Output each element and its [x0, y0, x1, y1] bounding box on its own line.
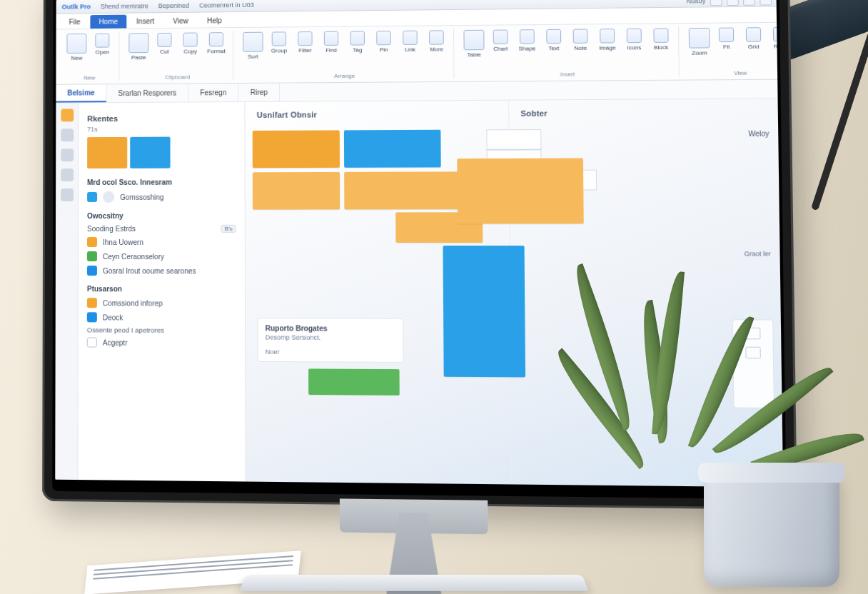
- ribbon-button-link[interactable]: Link: [399, 31, 421, 53]
- sidebar-section-2-title: Ptusarson: [87, 285, 236, 293]
- find-icon: [324, 31, 338, 46]
- card-footer: Noer: [266, 348, 396, 356]
- column-header-right: Sobter: [520, 108, 766, 118]
- ribbon-button-grid[interactable]: Grid: [742, 27, 765, 50]
- more-icon[interactable]: [61, 188, 74, 201]
- ribbon-button-sort[interactable]: Sort: [242, 32, 263, 60]
- dashboard-block[interactable]: [344, 130, 441, 168]
- ribbon-button-pin[interactable]: Pin: [373, 31, 395, 53]
- dashboard-block[interactable]: [253, 130, 340, 168]
- category-color-icon: [87, 266, 97, 276]
- doc-tab-1[interactable]: Srarlan Resporers: [107, 84, 189, 102]
- ribbon-button-icons[interactable]: Icons: [623, 29, 646, 51]
- ribbon-button-filter[interactable]: Filter: [294, 31, 316, 54]
- folder-icon[interactable]: [61, 129, 74, 141]
- ribbon-button-paste[interactable]: Paste: [128, 33, 149, 61]
- category-color-icon: [87, 298, 97, 308]
- ribbon-button-block[interactable]: Block: [650, 28, 672, 51]
- ribbon-button-note[interactable]: Note: [569, 29, 592, 51]
- ribbon-button-table[interactable]: Table: [463, 30, 485, 59]
- sidebar-item[interactable]: Comssiond inforep: [87, 296, 236, 311]
- swatch-orange[interactable]: [87, 137, 127, 168]
- ribbon-button-more[interactable]: More: [425, 30, 448, 53]
- ribbon-right-label: Nultoy: [687, 0, 706, 5]
- sidebar-item[interactable]: Ceyn Ceraonselory: [87, 249, 236, 263]
- open-icon: [95, 34, 109, 48]
- sidebar-quick-item[interactable]: Gomssoshing: [87, 188, 236, 204]
- sidebar-section-1-line: Sooding Estrds B's: [87, 223, 236, 235]
- ribbon-button-cut[interactable]: Cut: [153, 33, 175, 55]
- swatch-row: [87, 136, 236, 168]
- ribbon-button-zoom[interactable]: Zoom: [688, 28, 711, 56]
- doc-tab-3[interactable]: Rirep: [238, 84, 280, 101]
- category-color-icon: [87, 237, 97, 247]
- text-icon: [546, 29, 561, 44]
- ribbon-tab-help[interactable]: Help: [198, 14, 231, 27]
- left-rail: [55, 103, 79, 480]
- dashboard-block[interactable]: [443, 246, 525, 377]
- doc-tab-0[interactable]: Belsime: [56, 84, 106, 102]
- ribbon-button-image[interactable]: Image: [596, 29, 619, 51]
- grid-cell[interactable]: [486, 129, 541, 150]
- tag-icon[interactable]: [61, 168, 74, 181]
- dashboard-block[interactable]: [457, 158, 583, 224]
- icons-icon: [627, 29, 642, 44]
- ribbon-button-new[interactable]: New: [66, 34, 87, 61]
- ribbon-tab-insert[interactable]: Insert: [128, 14, 163, 28]
- ribbon-button-ruler[interactable]: Ruler: [769, 27, 784, 50]
- info-card[interactable]: Ruporto Brogates Desomp Sersionct. Noer: [257, 318, 403, 363]
- paste-icon: [128, 33, 148, 53]
- sidebar-item[interactable]: Ihna Uowern: [87, 235, 236, 249]
- ribbon-button-text[interactable]: Text: [542, 29, 565, 52]
- title-doc-1: Shend memratre: [101, 2, 148, 10]
- search-icon: [103, 191, 114, 203]
- dashboard-block[interactable]: [253, 172, 340, 210]
- sidebar-item[interactable]: Gosral Irout ooume searones: [87, 263, 236, 278]
- card-title: Ruporto Brogates: [266, 324, 396, 333]
- ribbon-tab-view[interactable]: View: [164, 14, 197, 28]
- sidebar-header: Rkentes: [87, 114, 236, 123]
- ribbon-tab-home[interactable]: Home: [91, 15, 127, 29]
- table-icon: [463, 30, 484, 51]
- sidebar-item[interactable]: Deock: [87, 310, 236, 325]
- link-icon: [403, 31, 418, 45]
- keyboard: [240, 575, 589, 591]
- pin-icon[interactable]: [61, 109, 74, 121]
- ribbon-button-tag[interactable]: Tag: [346, 31, 368, 53]
- image-icon: [600, 29, 615, 43]
- ribbon-button-open[interactable]: Open: [91, 34, 113, 56]
- right-caption: Graot ler: [745, 250, 771, 257]
- title-doc-3: Ceomenrert in U03: [199, 1, 254, 9]
- settings-icon[interactable]: [743, 0, 755, 6]
- cut-icon: [157, 33, 171, 47]
- help-icon[interactable]: [760, 0, 772, 6]
- ribbon-button-shape[interactable]: Shape: [516, 29, 538, 52]
- ribbon-tab-file[interactable]: File: [61, 15, 89, 29]
- copy-icon: [183, 33, 198, 47]
- quick-label: Gomssoshing: [120, 193, 163, 201]
- ribbon-button-format[interactable]: Format: [206, 32, 227, 54]
- sync-icon[interactable]: [727, 0, 739, 6]
- sidebar: Rkentes 71s Mrd ocol Ssco. Innesram Goms…: [78, 102, 246, 482]
- ribbon-button-group[interactable]: Group: [268, 31, 291, 54]
- category-color-icon: [87, 312, 97, 322]
- sidebar-section-1-title: Owocsitny: [87, 212, 236, 220]
- ribbon-button-fit[interactable]: Fit: [715, 28, 738, 51]
- swatch-blue[interactable]: [130, 137, 170, 168]
- note-icon[interactable]: [61, 148, 74, 161]
- ribbon-button-copy[interactable]: Copy: [180, 32, 201, 54]
- ribbon-button-find[interactable]: Find: [321, 31, 343, 54]
- fit-icon: [719, 28, 734, 43]
- ribbon-button-chart[interactable]: Chart: [490, 29, 512, 52]
- ribbon-group-arrange: SortGroupFilterFindTagPinLinkMoreArrange: [236, 29, 454, 80]
- sidebar-badge: B's: [221, 225, 236, 233]
- sidebar-item: Ossente peod I apetrores: [87, 324, 236, 336]
- green-block[interactable]: [308, 368, 400, 395]
- share-icon[interactable]: [710, 0, 722, 6]
- chart-icon: [493, 29, 508, 44]
- ruler-icon: [773, 27, 783, 42]
- sidebar-item[interactable]: Acgeptr: [87, 335, 236, 350]
- checkbox-icon[interactable]: [87, 337, 97, 347]
- doc-tab-2[interactable]: Fesregn: [188, 84, 238, 101]
- ribbon-group-view: ZoomFitGridRulerView: [682, 26, 783, 77]
